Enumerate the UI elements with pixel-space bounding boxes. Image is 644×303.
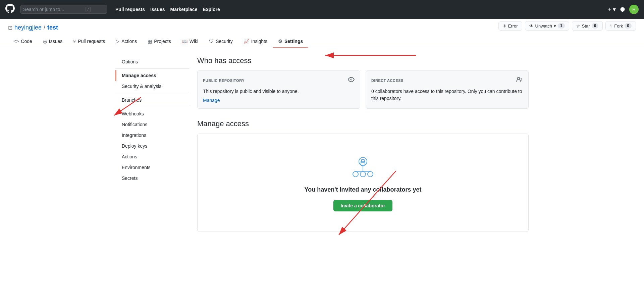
star-button[interactable]: ☆ Star 0 <box>572 21 603 31</box>
topnav-marketplace[interactable]: Marketplace <box>170 7 198 12</box>
repo-header: ⊡ heyingjiee / test ✳ Error 👁 Unwatch ▾ … <box>0 19 644 48</box>
topnav-pull-requests[interactable]: Pull requests <box>115 7 145 12</box>
manage-access-title: Manage access <box>197 119 529 128</box>
svg-point-3 <box>360 171 366 177</box>
eye-icon <box>348 76 355 85</box>
owner-link[interactable]: heyingjiee <box>14 24 42 31</box>
tab-settings[interactable]: ⚙ Settings <box>273 35 308 48</box>
manage-access-box: You haven't invited any collaborators ye… <box>197 134 529 232</box>
svg-rect-1 <box>362 159 364 163</box>
eye-icon: 👁 <box>529 23 534 29</box>
main-content: Who has access PUBLIC REPOSITORY This re… <box>197 56 529 232</box>
tab-projects[interactable]: ▦ Projects <box>142 35 176 48</box>
actions-icon: ▷ <box>116 39 119 44</box>
sidebar-item-integrations[interactable]: Integrations <box>115 130 189 141</box>
collaborators-illustration <box>350 154 376 181</box>
search-box[interactable]: / <box>20 5 107 14</box>
search-input[interactable] <box>23 7 84 12</box>
settings-icon: ⚙ <box>278 39 282 44</box>
chevron-down-icon: ▾ <box>554 23 556 29</box>
tab-actions[interactable]: ▷ Actions <box>110 35 142 48</box>
create-button[interactable]: + ▾ <box>607 6 616 13</box>
sidebar-item-manage-access[interactable]: Manage access <box>115 70 189 81</box>
insights-icon: 📈 <box>244 39 249 44</box>
sidebar-item-deploy-keys[interactable]: Deploy keys <box>115 141 189 151</box>
user-avatar[interactable]: H <box>629 5 639 14</box>
tab-issues-label: Issues <box>49 39 62 44</box>
direct-access-header: DIRECT ACCESS <box>371 76 523 85</box>
sidebar-item-security-analysis[interactable]: Security & analysis <box>115 81 189 92</box>
direct-access-label: DIRECT ACCESS <box>371 79 404 83</box>
repo-icon: ⊡ <box>8 24 12 31</box>
wiki-icon: 📖 <box>182 39 187 44</box>
no-collaborators-text: You haven't invited any collaborators ye… <box>204 186 522 193</box>
tab-wiki[interactable]: 📖 Wiki <box>176 35 204 48</box>
sidebar-item-options[interactable]: Options <box>115 56 189 67</box>
repo-link[interactable]: test <box>47 24 58 31</box>
public-repo-text: This repository is public and visible to… <box>203 88 355 95</box>
settings-sidebar: Options Manage access Security & analysi… <box>115 56 189 232</box>
sidebar-divider-1 <box>115 68 189 69</box>
top-navigation: / Pull requests Issues Marketplace Explo… <box>0 0 644 19</box>
sidebar-item-webhooks[interactable]: Webhooks <box>115 108 189 119</box>
sidebar-item-environments[interactable]: Environments <box>115 162 189 173</box>
tab-code-label: Code <box>21 39 32 44</box>
manage-link[interactable]: Manage <box>203 98 220 103</box>
fork-count: 0 <box>625 23 632 29</box>
sidebar-item-branches[interactable]: Branches <box>115 95 189 105</box>
tab-security-label: Security <box>216 39 233 44</box>
tab-pr-label: Pull requests <box>78 39 105 44</box>
error-label: Error <box>508 23 518 29</box>
repo-actions: ✳ Error 👁 Unwatch ▾ 1 ☆ Star 0 ⑂ Fork 0 <box>498 21 636 31</box>
slash-shortcut: / <box>86 7 91 12</box>
people-icon <box>516 76 523 85</box>
sidebar-item-actions[interactable]: Actions <box>115 151 189 162</box>
tab-actions-label: Actions <box>121 39 137 44</box>
direct-access-card: DIRECT ACCESS 0 collaborators have acces… <box>366 70 529 109</box>
fork-button[interactable]: ⑂ Fork 0 <box>605 21 636 31</box>
sidebar-item-notifications[interactable]: Notifications <box>115 119 189 130</box>
topnav-issues[interactable]: Issues <box>150 7 165 12</box>
error-button[interactable]: ✳ Error <box>498 21 522 31</box>
topnav-explore[interactable]: Explore <box>203 7 220 12</box>
access-cards: PUBLIC REPOSITORY This repository is pub… <box>197 70 529 109</box>
projects-icon: ▦ <box>148 39 152 44</box>
tab-insights[interactable]: 📈 Insights <box>238 35 273 48</box>
public-repo-header: PUBLIC REPOSITORY <box>203 76 355 85</box>
tab-settings-label: Settings <box>284 39 303 44</box>
pr-icon: ⑂ <box>73 39 76 44</box>
tab-pull-requests[interactable]: ⑂ Pull requests <box>68 35 110 48</box>
tab-wiki-label: Wiki <box>190 39 198 44</box>
unwatch-button[interactable]: 👁 Unwatch ▾ 1 <box>525 21 569 31</box>
notification-bell[interactable] <box>620 7 625 12</box>
tab-issues[interactable]: ◎ Issues <box>38 35 68 48</box>
star-label: Star <box>582 23 590 29</box>
issues-icon: ◎ <box>43 39 47 44</box>
invite-collaborator-button[interactable]: Invite a collaborator <box>333 200 392 211</box>
security-icon: 🛡 <box>209 39 214 44</box>
tab-security[interactable]: 🛡 Security <box>204 35 238 48</box>
page-content: Options Manage access Security & analysi… <box>107 48 537 240</box>
error-icon: ✳ <box>503 23 506 29</box>
public-repo-card: PUBLIC REPOSITORY This repository is pub… <box>197 70 360 109</box>
fork-label: Fork <box>614 23 623 29</box>
sidebar-item-secrets[interactable]: Secrets <box>115 173 189 184</box>
fork-icon: ⑂ <box>610 23 612 29</box>
tab-projects-label: Projects <box>154 39 171 44</box>
code-icon: <> <box>13 39 19 44</box>
sidebar-divider-3 <box>115 107 189 107</box>
public-repo-label: PUBLIC REPOSITORY <box>203 79 245 83</box>
svg-point-2 <box>353 171 358 177</box>
topnav-right: + ▾ H <box>607 5 639 14</box>
svg-point-4 <box>368 171 373 177</box>
topnav-links: Pull requests Issues Marketplace Explore <box>115 7 220 12</box>
breadcrumb-separator: / <box>44 24 45 31</box>
tab-insights-label: Insights <box>251 39 267 44</box>
repo-tabs: <> Code ◎ Issues ⑂ Pull requests ▷ Actio… <box>8 35 636 48</box>
direct-access-text: 0 collaborators have access to this repo… <box>371 88 523 102</box>
star-count: 0 <box>592 23 599 29</box>
tab-code[interactable]: <> Code <box>8 35 38 48</box>
github-logo[interactable] <box>5 4 15 15</box>
unwatch-label: Unwatch <box>535 23 552 29</box>
who-has-access-title: Who has access <box>197 56 529 65</box>
